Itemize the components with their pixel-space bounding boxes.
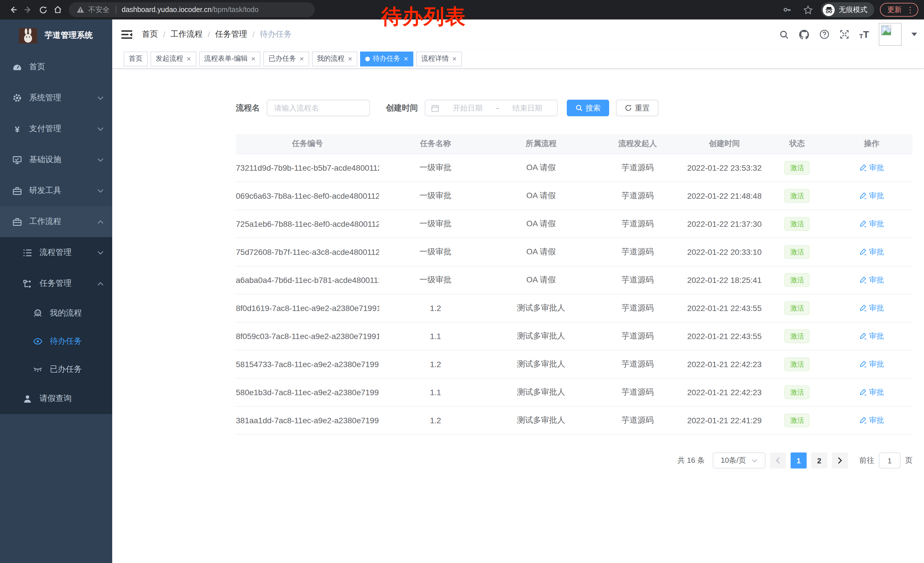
close-icon[interactable]: × — [187, 55, 191, 62]
text-size-icon[interactable]: TT — [859, 30, 869, 39]
sidebar-collapse-icon[interactable] — [120, 28, 133, 41]
next-page-button[interactable] — [832, 452, 848, 468]
update-button[interactable]: 更新 ⋮ — [880, 3, 918, 17]
sidebar-item-1[interactable]: 首页 — [0, 51, 112, 83]
approve-link[interactable]: 审批 — [859, 275, 884, 285]
tag-3[interactable]: 流程表单-编辑× — [199, 51, 261, 66]
cell-created: 2022-01-22 20:33:10 — [685, 248, 764, 257]
sidebar-item-6[interactable]: 工作流程 — [0, 206, 112, 237]
reload-icon[interactable] — [36, 2, 50, 17]
sidebar-item-label: 首页 — [29, 62, 45, 72]
tag-7[interactable]: 流程详情× — [416, 51, 462, 66]
cell-created: 2022-01-22 21:37:30 — [685, 219, 764, 228]
cell-task-id: 73211d9d-7b9b-11ec-b5b7-acde48001122 — [236, 163, 379, 173]
status-badge: 激活 — [784, 217, 810, 231]
key-icon[interactable] — [780, 2, 795, 17]
page-size-select[interactable]: 10条/页 — [713, 452, 765, 468]
eye-open-icon — [33, 336, 42, 346]
close-icon[interactable]: × — [404, 55, 408, 62]
sidebar-item-label: 任务管理 — [39, 278, 72, 289]
approve-link[interactable]: 审批 — [859, 415, 884, 426]
page-button-2[interactable]: 2 — [811, 452, 827, 468]
avatar[interactable] — [879, 23, 902, 46]
approve-link[interactable]: 审批 — [859, 359, 884, 369]
breadcrumb-workflow[interactable]: 工作流程 — [171, 29, 202, 39]
close-icon[interactable]: × — [348, 55, 352, 62]
approve-link[interactable]: 审批 — [859, 303, 884, 313]
prev-page-button[interactable] — [770, 452, 786, 468]
reset-button[interactable]: 重置 — [616, 100, 658, 116]
sidebar-item-3[interactable]: ¥支付管理 — [0, 113, 112, 144]
approve-link[interactable]: 审批 — [859, 191, 884, 201]
status-badge: 激活 — [784, 189, 810, 203]
sidebar-item-label: 工作流程 — [29, 216, 61, 227]
tag-4[interactable]: 已办任务× — [263, 51, 309, 66]
cell-task-name: 1.2 — [379, 303, 492, 313]
avatar-dropdown-icon[interactable] — [911, 33, 917, 39]
breadcrumb-task-mgmt[interactable]: 任务管理 — [215, 29, 248, 39]
sidebar-item-4[interactable]: 基础设施 — [0, 144, 112, 175]
process-name-input[interactable] — [267, 100, 370, 116]
chevron-down-icon — [98, 189, 104, 193]
approve-link[interactable]: 审批 — [859, 163, 884, 173]
app-logo[interactable]: 芋道管理系统 — [0, 20, 112, 51]
status-badge: 激活 — [784, 329, 810, 343]
goto-page-input[interactable] — [879, 452, 900, 468]
back-icon[interactable] — [6, 2, 21, 17]
fullscreen-icon[interactable] — [839, 29, 850, 39]
cell-starter: 芋道源码 — [590, 387, 685, 398]
sidebar-item-label: 待办任务 — [50, 336, 82, 346]
forward-icon[interactable] — [21, 2, 36, 17]
cell-process: OA 请假 — [492, 191, 590, 201]
tag-label: 首页 — [129, 54, 142, 63]
table-row: 8f059c03-7ac8-11ec-a9e2-a2380e71991a1.1测… — [236, 323, 912, 350]
sidebar-item-2[interactable]: 系统管理 — [0, 83, 112, 113]
cell-task-id: 75d72608-7b7f-11ec-a3c8-acde48001122 — [236, 248, 379, 257]
cell-created: 2022-01-21 22:42:23 — [685, 360, 764, 369]
chevron-down-icon — [98, 158, 104, 162]
status-badge: 激活 — [784, 301, 810, 315]
search-icon[interactable] — [779, 30, 789, 39]
sidebar-item-label: 请假查询 — [39, 393, 72, 404]
date-range-picker[interactable]: 开始日期 - 结束日期 — [425, 100, 558, 116]
logo-image — [19, 28, 37, 43]
sidebar-item-5[interactable]: 研发工具 — [0, 175, 112, 206]
github-icon[interactable] — [799, 29, 810, 40]
sidebar-item-8[interactable]: 任务管理 — [0, 268, 112, 299]
breadcrumb-home[interactable]: 首页 — [142, 29, 158, 39]
search-button[interactable]: 搜索 — [567, 100, 609, 116]
page-unit-label: 页 — [905, 455, 912, 465]
page-button-1[interactable]: 1 — [790, 452, 807, 468]
approve-link[interactable]: 审批 — [859, 247, 884, 257]
close-icon[interactable]: × — [251, 55, 255, 62]
sidebar-item-12[interactable]: 请假查询 — [0, 383, 112, 414]
close-icon[interactable]: × — [299, 55, 304, 62]
bookmark-star-icon[interactable] — [800, 2, 815, 17]
tag-2[interactable]: 发起流程× — [151, 51, 196, 66]
tag-6[interactable]: 待办任务× — [360, 51, 413, 66]
sidebar-item-7[interactable]: 流程管理 — [0, 237, 112, 268]
cell-task-name: 一级审批 — [379, 191, 492, 201]
cell-created: 2022-01-22 23:53:32 — [685, 163, 764, 173]
cell-created: 2022-01-21 22:43:55 — [685, 332, 764, 341]
tag-1[interactable]: 首页 — [124, 51, 148, 66]
approve-link[interactable]: 审批 — [859, 331, 884, 341]
browser-menu-icon[interactable]: ⋮ — [906, 6, 914, 14]
home-icon[interactable] — [50, 2, 65, 17]
update-label: 更新 — [887, 5, 902, 15]
column-header-7: 操作 — [831, 139, 912, 149]
sidebar-item-11[interactable]: 已办任务 — [0, 355, 112, 383]
help-icon[interactable] — [819, 29, 830, 39]
close-icon[interactable]: × — [452, 55, 456, 62]
address-bar[interactable]: 不安全 dashboard.yudao.iocoder.cn/bpm/task/… — [69, 2, 315, 17]
table-row: 75d72608-7b7f-11ec-a3c8-acde48001122一级审批… — [236, 238, 912, 266]
approve-link[interactable]: 审批 — [859, 219, 884, 229]
calendar-icon — [431, 104, 439, 112]
sidebar-item-10[interactable]: 待办任务 — [0, 327, 112, 355]
approve-link[interactable]: 审批 — [859, 387, 884, 398]
tag-5[interactable]: 我的流程× — [312, 51, 357, 66]
sidebar-item-9[interactable]: 我的流程 — [0, 299, 112, 327]
user-icon — [23, 394, 32, 403]
security-warning-label: 不安全 — [88, 5, 110, 15]
table-row: 725a1eb6-7b88-11ec-8ef0-acde48001122一级审批… — [236, 210, 912, 238]
